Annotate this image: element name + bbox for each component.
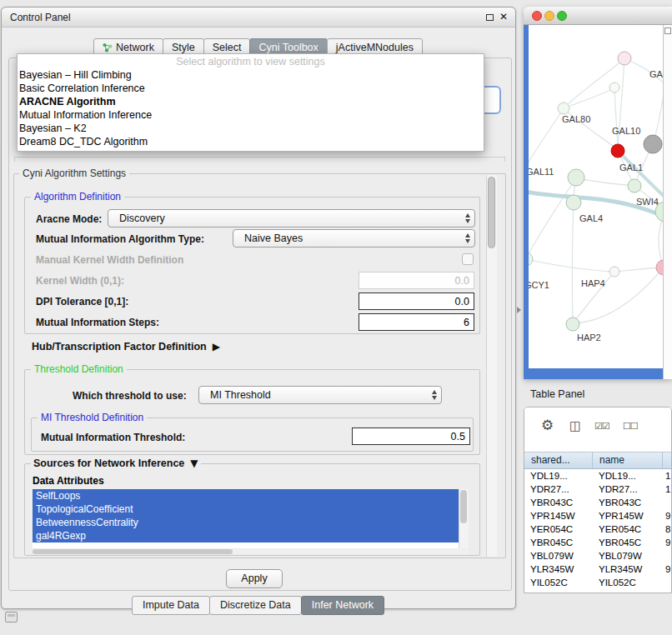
network-node-label: GAL80 <box>562 114 590 124</box>
network-side-strip <box>663 25 672 379</box>
tab-infer-network[interactable]: Infer Network <box>301 596 384 615</box>
control-panel-window: Control Panel ✕ NetworkStyleSelectCyni T… <box>1 7 516 609</box>
network-node[interactable] <box>644 135 662 153</box>
float-window-icon[interactable] <box>486 14 494 21</box>
table-cell: YIL052C <box>524 576 593 589</box>
table-row[interactable]: YDL19...YDL19...13 <box>524 469 671 482</box>
network-node-label: GAL1 <box>619 162 643 172</box>
cyni-algorithm-settings-title: Cyni Algorithm Settings <box>19 168 129 179</box>
threshold-definition-title: Threshold Definition <box>31 363 127 375</box>
tab-discretize-data[interactable]: Discretize Data <box>209 596 302 615</box>
network-canvas[interactable]: GALGAL80GAL10GAL11GAL1SWI4GAL4GCY1HAP4YH… <box>529 25 663 368</box>
select-all-icon[interactable]: ☑☑ <box>594 421 609 432</box>
network-node[interactable] <box>558 102 569 114</box>
minimize-traffic-light[interactable] <box>544 11 554 21</box>
zoom-traffic-light[interactable] <box>557 11 567 21</box>
network-edge <box>565 88 614 108</box>
table-cell: YDL19... <box>593 469 663 482</box>
network-node[interactable] <box>656 260 663 275</box>
table-row[interactable]: YDR27...YDR27...12 <box>524 482 671 496</box>
algorithm-option-aracne-algorithm[interactable]: ARACNE Algorithm <box>18 95 484 108</box>
algorithm-option-basic-correlation-inference[interactable]: Basic Correlation Inference <box>18 82 484 95</box>
column-header-name[interactable]: name <box>593 452 663 468</box>
network-node[interactable] <box>609 82 619 92</box>
network-node[interactable] <box>568 169 584 186</box>
network-node[interactable] <box>529 252 533 266</box>
table-cell: YIL052C <box>593 576 663 589</box>
settings-scrollbar[interactable] <box>486 175 497 557</box>
network-node[interactable] <box>566 318 579 331</box>
table-row[interactable]: YBR045CYBR045C9. <box>524 536 671 549</box>
table-cell: YER054C <box>524 522 593 536</box>
network-window-titlebar[interactable] <box>524 7 672 25</box>
tab-label: Discretize Data <box>220 599 291 611</box>
scrollbar-thumb[interactable] <box>460 490 467 523</box>
dpi-tolerance-field[interactable] <box>359 292 474 310</box>
mi-steps-field[interactable] <box>359 313 474 331</box>
algorithm-option-bayesian-k2[interactable]: Bayesian – K2 <box>18 122 484 135</box>
table-row[interactable]: YIL052CYIL052C <box>524 576 671 589</box>
table-cell: YDR27... <box>593 482 663 496</box>
scrollbar-thumb[interactable] <box>33 549 233 554</box>
column-header-shared[interactable]: shared... <box>524 452 593 468</box>
data-attribute-item[interactable]: SelfLoops <box>33 489 459 502</box>
table-row[interactable]: YPR145WYPR145W9. <box>524 509 671 522</box>
kernel-width-label: Kernel Width (0,1): <box>36 275 124 287</box>
attributes-horizontal-scrollbar[interactable] <box>33 549 469 554</box>
data-attribute-item[interactable]: TopologicalCoefficient <box>33 502 459 516</box>
table-cell: YLR345W <box>524 562 593 576</box>
attributes-vertical-scrollbar[interactable] <box>459 489 469 548</box>
network-scroll-button[interactable] <box>664 28 671 34</box>
aracne-mode-select[interactable]: Discovery <box>108 209 475 228</box>
column-header-2[interactable] <box>663 452 672 468</box>
network-node[interactable] <box>566 195 581 210</box>
close-traffic-light[interactable] <box>532 11 542 21</box>
apply-button[interactable]: Apply <box>226 569 283 588</box>
mi-threshold-field[interactable] <box>352 428 470 445</box>
manual-kernel-width-checkbox[interactable] <box>462 253 474 265</box>
hub-definition-toggle[interactable]: Hub/Transcription Factor Definition▶ <box>32 341 220 352</box>
panel-splitter-handle[interactable] <box>517 307 521 313</box>
table-row[interactable]: YLR345WYLR345W9. <box>524 562 671 576</box>
algorithm-option-bayesian-hill-climbing[interactable]: Bayesian – Hill Climbing <box>18 68 484 82</box>
table-row[interactable]: YBR043CYBR043C <box>524 496 671 509</box>
data-attributes-list[interactable]: SelfLoopsTopologicalCoefficientBetweenne… <box>33 489 459 548</box>
data-attribute-item[interactable]: BetweennessCentrality <box>33 516 459 529</box>
kernel-width-field[interactable] <box>359 272 474 289</box>
data-attribute-item[interactable]: gal4RGexp <box>33 529 459 542</box>
column-layout-icon[interactable]: ◫ <box>569 418 581 433</box>
network-node[interactable] <box>618 52 631 65</box>
settings-gear-icon[interactable]: ⚙ <box>541 417 554 433</box>
which-threshold-select[interactable]: MI Threshold <box>198 386 442 404</box>
close-icon[interactable]: ✕ <box>499 11 508 22</box>
mi-threshold-label: Mutual Information Threshold: <box>41 432 185 443</box>
table-cell: YLR345W <box>593 562 663 576</box>
tab-impute-data[interactable]: Impute Data <box>132 596 210 615</box>
deselect-all-icon[interactable]: ☐☐ <box>623 421 638 432</box>
mi-algorithm-type-label: Mutual Information Algorithm Type: <box>36 233 204 245</box>
combo-stepper-icon <box>432 390 437 400</box>
mi-steps-label: Mutual Information Steps: <box>36 317 159 328</box>
network-node-label: GAL10 <box>612 126 640 136</box>
algorithm-option-dream8-dc-tdc-algorithm[interactable]: Dream8 DC_TDC Algorithm <box>18 135 484 148</box>
table-cell: YBR043C <box>524 496 593 509</box>
network-node[interactable] <box>628 179 641 192</box>
scrollbar-thumb[interactable] <box>488 177 495 248</box>
table-panel-title: Table Panel <box>530 388 584 400</box>
mi-algorithm-type-select[interactable]: Naive Bayes <box>233 229 475 248</box>
expanded-arrow-icon: ▼ <box>190 458 198 469</box>
table-cell: YPR145W <box>524 509 593 522</box>
network-node[interactable] <box>611 144 624 158</box>
hub-definition-label: Hub/Transcription Factor Definition <box>32 341 207 352</box>
table-row[interactable]: YER054CYER054C8. <box>524 522 671 536</box>
tab-label: Network <box>116 42 154 53</box>
network-edge <box>619 152 663 198</box>
table-cell: YDL19... <box>524 469 593 482</box>
algorithm-option-mutual-information-inference[interactable]: Mutual Information Inference <box>18 108 484 122</box>
table-cell <box>663 549 671 562</box>
network-edge <box>574 269 662 323</box>
table-toolbar: ⚙◫☑☑☐☐ <box>524 408 671 452</box>
network-node[interactable] <box>609 267 619 277</box>
sources-toggle[interactable]: Sources for Network Inference▼ <box>31 458 201 469</box>
table-row[interactable]: YBL079WYBL079W <box>524 549 671 562</box>
